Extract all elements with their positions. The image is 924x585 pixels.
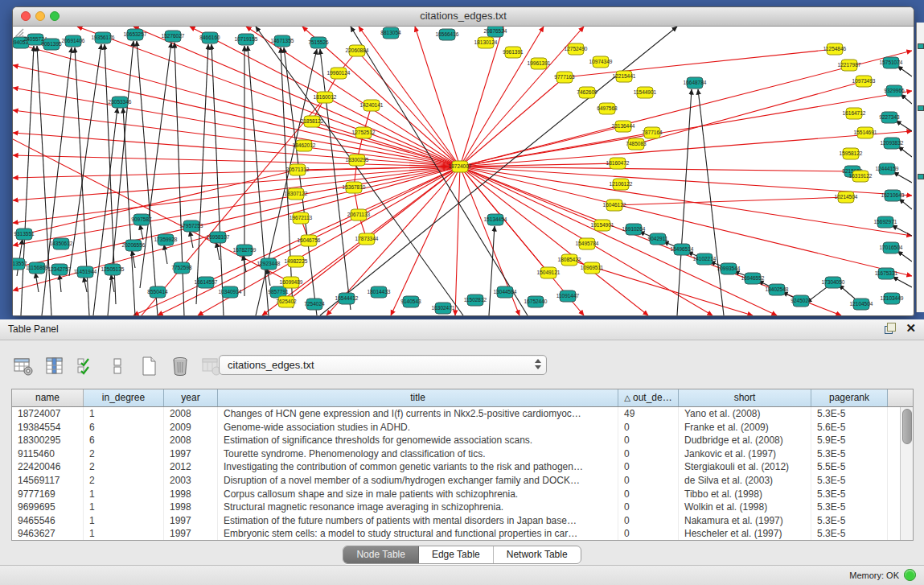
delete-column-button[interactable] bbox=[168, 354, 192, 378]
graph-edge[interactable] bbox=[13, 88, 460, 167]
graph-edge[interactable] bbox=[460, 27, 544, 167]
graph-edge[interactable] bbox=[13, 167, 460, 223]
graph-edge[interactable] bbox=[111, 274, 114, 292]
cell-name[interactable]: 14569117 bbox=[12, 474, 84, 488]
table-row[interactable]: 977716911998Corpus callosum shape and si… bbox=[12, 488, 900, 501]
cell-year[interactable]: 1997 bbox=[164, 447, 218, 461]
table-row[interactable]: 946554611997Estimation of the future num… bbox=[12, 514, 900, 528]
column-header-title[interactable]: title bbox=[218, 389, 618, 406]
graph-edge[interactable] bbox=[320, 49, 351, 310]
cell-pagerank[interactable]: 5.5E-5 bbox=[811, 460, 888, 474]
cell-title[interactable]: Tourette syndrome. Phenomenology and cla… bbox=[218, 447, 618, 461]
cell-title[interactable]: Estimation of significance thresholds fo… bbox=[218, 434, 618, 447]
table-scrollbar-thumb[interactable] bbox=[902, 409, 912, 444]
graph-edge[interactable] bbox=[489, 226, 495, 315]
cell-year[interactable]: 2003 bbox=[164, 474, 218, 488]
cell-year[interactable]: 1997 bbox=[164, 527, 218, 541]
column-header-name[interactable]: name bbox=[12, 389, 84, 406]
graph-edge[interactable] bbox=[281, 47, 293, 308]
close-panel-icon[interactable]: ✕ bbox=[906, 323, 916, 334]
cell-out_degree[interactable]: 0 bbox=[618, 514, 679, 528]
table-row[interactable]: 911546021997Tourette syndrome. Phenomeno… bbox=[12, 447, 900, 461]
cell-year[interactable]: 2009 bbox=[164, 421, 218, 435]
graph-edge[interactable] bbox=[899, 199, 912, 209]
clear-selection-button[interactable] bbox=[105, 354, 129, 378]
cell-short[interactable]: Stergiakouli et al. (2012) bbox=[679, 460, 811, 474]
graph-edge[interactable] bbox=[455, 167, 460, 315]
cell-year[interactable]: 2012 bbox=[164, 460, 218, 474]
graph-edge[interactable] bbox=[35, 273, 39, 292]
cell-short[interactable]: Hescheler et al. (1997) bbox=[679, 527, 811, 541]
graph-edge[interactable] bbox=[13, 167, 460, 245]
graph-edge[interactable] bbox=[893, 277, 912, 287]
table-row[interactable]: 1830029562008Estimation of significance … bbox=[12, 434, 900, 447]
column-header-short[interactable]: short bbox=[679, 389, 811, 406]
graph-edge[interactable] bbox=[897, 66, 912, 76]
graph-edge[interactable] bbox=[140, 225, 143, 240]
cell-name[interactable]: 18300295 bbox=[12, 434, 84, 447]
cell-pagerank[interactable]: 5.3E-5 bbox=[811, 514, 888, 528]
cell-pagerank[interactable]: 5.3E-5 bbox=[811, 447, 888, 461]
cell-pagerank[interactable]: 5.3E-5 bbox=[811, 488, 888, 501]
table-select-dropdown[interactable]: citations_edges.txt bbox=[219, 355, 547, 375]
graph-edge[interactable] bbox=[77, 27, 460, 167]
cell-out_degree[interactable]: 49 bbox=[618, 407, 679, 421]
graph-edge[interactable] bbox=[893, 172, 912, 183]
cell-pagerank[interactable]: 5.6E-5 bbox=[811, 421, 888, 435]
table-row[interactable]: 2242004622012Investigating the contribut… bbox=[12, 460, 900, 474]
graph-edge[interactable] bbox=[309, 167, 460, 241]
citation-graph[interactable]: 8940534240557249061395206914061935617610… bbox=[13, 27, 912, 315]
create-column-button[interactable] bbox=[137, 354, 161, 378]
cell-in_degree[interactable]: 1 bbox=[84, 527, 164, 541]
cell-in_degree[interactable]: 1 bbox=[84, 501, 164, 514]
cell-in_degree[interactable]: 6 bbox=[84, 421, 164, 435]
graph-edge[interactable] bbox=[256, 49, 317, 315]
cell-short[interactable]: Wolkin et al. (1998) bbox=[679, 501, 811, 514]
table-row[interactable]: 946362711997Embryonic stem cells: a mode… bbox=[12, 527, 900, 541]
cell-short[interactable]: de Silva et al. (2003) bbox=[679, 474, 811, 488]
cell-short[interactable]: Dudbridge et al. (2008) bbox=[679, 434, 811, 447]
cell-out_degree[interactable]: 0 bbox=[618, 488, 679, 501]
cell-title[interactable]: Estimation of the future numbers of pati… bbox=[218, 514, 618, 528]
cell-name[interactable]: 9465546 bbox=[12, 514, 84, 528]
cell-pagerank[interactable]: 5.3E-5 bbox=[811, 501, 888, 514]
select-all-button[interactable] bbox=[74, 354, 98, 378]
show-columns-button[interactable] bbox=[43, 354, 67, 378]
cell-name[interactable]: 18724007 bbox=[12, 407, 84, 421]
graph-edge[interactable] bbox=[351, 27, 528, 315]
cell-out_degree[interactable]: 0 bbox=[618, 501, 679, 514]
cell-in_degree[interactable]: 2 bbox=[84, 474, 164, 488]
cell-in_degree[interactable]: 1 bbox=[84, 488, 164, 501]
cell-name[interactable]: 19384554 bbox=[12, 421, 84, 435]
cell-short[interactable]: Franke et al. (2009) bbox=[679, 421, 811, 435]
cell-in_degree[interactable]: 1 bbox=[84, 514, 164, 528]
graph-edge[interactable] bbox=[190, 231, 193, 248]
tab-edge-table[interactable]: Edge Table bbox=[419, 546, 494, 563]
cell-year[interactable]: 1997 bbox=[164, 514, 218, 528]
cell-in_degree[interactable]: 2 bbox=[84, 460, 164, 474]
cell-out_degree[interactable]: 0 bbox=[618, 474, 679, 488]
cell-title[interactable]: Genome-wide association studies in ADHD. bbox=[218, 421, 618, 435]
column-header-out_degree[interactable]: △out_de… bbox=[618, 389, 679, 406]
memory-indicator[interactable]: Memory: OK bbox=[849, 569, 916, 581]
cell-year[interactable]: 2008 bbox=[164, 407, 218, 421]
cell-title[interactable]: Investigating the contribution of common… bbox=[218, 460, 618, 474]
cell-out_degree[interactable]: 0 bbox=[618, 421, 679, 435]
cell-year[interactable]: 1998 bbox=[164, 501, 218, 514]
cell-short[interactable]: Jankovic et al. (1997) bbox=[679, 447, 811, 461]
cell-year[interactable]: 1998 bbox=[164, 488, 218, 501]
cell-out_degree[interactable]: 0 bbox=[618, 434, 679, 447]
network-window-titlebar[interactable]: citations_edges.txt bbox=[13, 7, 914, 27]
table-mode-button[interactable] bbox=[11, 354, 35, 378]
float-panel-icon[interactable] bbox=[885, 323, 896, 334]
cell-title[interactable]: Disruption of a novel member of a sodium… bbox=[218, 474, 618, 488]
cell-short[interactable]: Nakamura et al. (1997) bbox=[679, 514, 811, 528]
cell-out_degree[interactable]: 0 bbox=[618, 460, 679, 474]
graph-edge[interactable] bbox=[897, 251, 912, 262]
cell-name[interactable]: 22420046 bbox=[12, 460, 84, 474]
resize-grip[interactable] bbox=[13, 27, 24, 38]
table-scrollbar[interactable] bbox=[900, 407, 913, 541]
cell-short[interactable]: Tibbo et al. (1998) bbox=[679, 488, 811, 501]
graph-edge[interactable] bbox=[614, 197, 846, 205]
table-row[interactable]: 1456911722003Disruption of a novel membe… bbox=[12, 474, 900, 488]
